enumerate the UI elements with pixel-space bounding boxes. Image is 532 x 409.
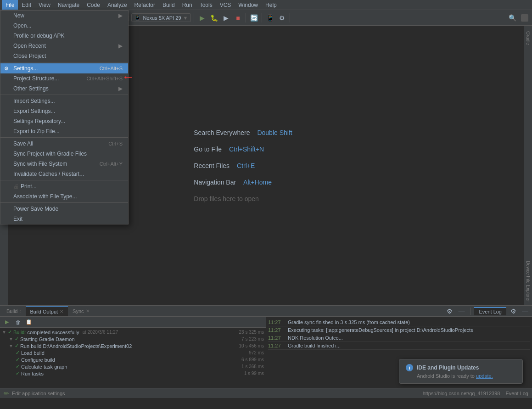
- close-build-output-icon[interactable]: ✕: [60, 309, 63, 314]
- build-toolbar: ▶ 🗑 📋: [0, 317, 266, 328]
- menu-project-structure-label: Project Structure...: [13, 75, 59, 82]
- tree-row-taskgraph[interactable]: ✓ Calculate task graph 1 s 368 ms: [0, 363, 266, 370]
- menu-sync-filesystem-shortcut: Ctrl+Alt+Y: [100, 161, 123, 167]
- menu-navigate[interactable]: Navigate: [54, 0, 83, 10]
- event-minimize-icon[interactable]: —: [520, 306, 530, 316]
- runbuild-arrow: ▼: [9, 343, 13, 348]
- menu-help[interactable]: Help: [262, 0, 280, 10]
- close-sync-icon[interactable]: ✕: [86, 308, 90, 314]
- menu-open-recent[interactable]: Open Recent ▶: [0, 41, 128, 51]
- debug-button[interactable]: 🐛: [209, 13, 219, 23]
- menu-edit[interactable]: Edit: [18, 0, 35, 10]
- tree-row-loadbuild[interactable]: ✓ Load build 972 ms: [0, 349, 266, 356]
- build-collapse-btn[interactable]: ▶: [2, 317, 12, 327]
- tree-row-configure[interactable]: ✓ Configure build 6 s 899 ms: [0, 356, 266, 363]
- tree-row-runtasks[interactable]: ✓ Run tasks 1 s 99 ms: [0, 370, 266, 377]
- notification-link[interactable]: update.: [476, 373, 493, 379]
- menu-export-settings[interactable]: Export Settings...: [0, 106, 128, 116]
- menu-power-save[interactable]: Power Save Mode: [0, 204, 128, 214]
- tab-build-label[interactable]: Build :: [2, 306, 26, 316]
- menu-open[interactable]: Open...: [0, 21, 128, 31]
- loadbuild-label: Load build: [21, 350, 45, 356]
- build-minimize-icon[interactable]: —: [456, 306, 466, 316]
- runtasks-check-icon: ✓: [16, 370, 20, 376]
- event-log-status[interactable]: Event Log: [505, 391, 528, 396]
- stop-button[interactable]: ■: [233, 13, 243, 23]
- tab-sync[interactable]: Sync ✕: [68, 306, 94, 316]
- build-settings-icon[interactable]: ⚙: [444, 306, 454, 316]
- menu-sync-filesystem[interactable]: Sync with File System Ctrl+Alt+Y: [0, 159, 128, 169]
- event-settings-icon[interactable]: ⚙: [508, 306, 518, 316]
- menu-analyze[interactable]: Analyze: [104, 0, 131, 10]
- device-selector[interactable]: 📱 Nexus 5X API 29 ▼: [131, 13, 191, 22]
- menu-tools[interactable]: Tools: [196, 0, 216, 10]
- tab-build-output[interactable]: Build Output ✕: [26, 306, 68, 316]
- menu-print[interactable]: 🖨 Print...: [0, 181, 128, 191]
- menu-vcs[interactable]: VCS: [216, 0, 235, 10]
- toolbar-sep1: [194, 13, 194, 22]
- configure-check-icon: ✓: [16, 357, 20, 363]
- menu-associate-file-type[interactable]: Associate with File Type...: [0, 191, 128, 202]
- toolbar-sep3: [262, 13, 262, 22]
- daemon-label: Starting Gradle Daemon: [20, 336, 75, 342]
- sep1: [0, 62, 128, 62]
- menu-new[interactable]: New ▶: [0, 11, 128, 21]
- tree-row-runbuild[interactable]: ▼ ✓ Run build D:\AndroidStudioProjects\E…: [0, 342, 266, 349]
- event-text-4: Gradle build finished i...: [288, 343, 530, 348]
- runtasks-time: 1 s 99 ms: [244, 371, 264, 376]
- menu-exit-label: Exit: [13, 216, 22, 222]
- menu-settings-label: Settings...: [13, 65, 38, 72]
- notification-body-text: Android Studio is ready to: [417, 373, 475, 379]
- hint-key-recent: Ctrl+E: [237, 162, 255, 169]
- menu-open-recent-label: Open Recent: [13, 43, 46, 49]
- menu-invalidate-caches[interactable]: Invalidate Caches / Restart...: [0, 169, 128, 179]
- sdk-button[interactable]: ⚙: [277, 13, 287, 23]
- menu-close-project[interactable]: Close Project: [0, 51, 128, 61]
- menu-export-zip-label: Export to Zip File...: [13, 128, 60, 134]
- taskgraph-time: 1 s 368 ms: [241, 364, 264, 369]
- sep3: [0, 137, 128, 138]
- menu-other-settings[interactable]: Other Settings ▶: [0, 84, 128, 94]
- tab-event-log[interactable]: Event Log: [474, 307, 506, 315]
- menu-project-structure[interactable]: Project Structure... Ctrl+Alt+Shift+S: [0, 73, 128, 84]
- menu-refactor[interactable]: Refactor: [131, 0, 159, 10]
- search-button[interactable]: 🔍: [507, 13, 517, 23]
- tree-row-build[interactable]: ▼ ✓ Build: completed successfully at 202…: [0, 329, 266, 336]
- menu-settings-repository[interactable]: Settings Repository...: [0, 116, 128, 126]
- menu-save-all[interactable]: Save All Ctrl+S: [0, 139, 128, 149]
- run-with-coverage-button[interactable]: ▶: [221, 13, 231, 23]
- status-url[interactable]: https://blog.csdn.net/qq_41912398: [423, 391, 500, 396]
- menu-window[interactable]: Window: [235, 0, 262, 10]
- build-copy-btn[interactable]: 📋: [24, 317, 34, 327]
- tree-row-daemon[interactable]: ▼ ✓ Starting Gradle Daemon 7 s 223 ms: [0, 336, 266, 342]
- menu-code[interactable]: Code: [83, 0, 104, 10]
- build-time: 23 s 325 ms: [239, 330, 264, 335]
- taskgraph-check-icon: ✓: [16, 364, 20, 370]
- menu-settings[interactable]: ⚙ Settings... Ctrl+Alt+S: [0, 63, 128, 73]
- toolbar-sep2: [246, 13, 246, 22]
- sep5: [0, 202, 128, 203]
- event-row-1: 11:27 Gradle sync finished in 3 s 325 ms…: [268, 319, 530, 326]
- menu-export-zip[interactable]: Export to Zip File...: [0, 126, 128, 136]
- menu-import-settings[interactable]: Import Settings...: [0, 96, 128, 106]
- sync-button[interactable]: 🔄: [249, 13, 259, 23]
- menu-build[interactable]: Build: [159, 0, 179, 10]
- event-time-3: 11:27: [268, 335, 284, 341]
- hint-search-everywhere: Search Everywhere Double Shift: [194, 129, 292, 136]
- menu-sync-gradle[interactable]: Sync Project with Gradle Files: [0, 149, 128, 159]
- menu-run[interactable]: Run: [179, 0, 196, 10]
- event-time-1: 11:27: [268, 319, 284, 325]
- menu-open-recent-arrow: ▶: [118, 43, 123, 49]
- sidebar-item-gradle[interactable]: Gradle: [525, 28, 532, 49]
- menu-exit[interactable]: Exit: [0, 214, 128, 224]
- menu-profile-debug[interactable]: Profile or debug APK: [0, 31, 128, 41]
- menu-view[interactable]: View: [35, 0, 54, 10]
- run-button[interactable]: ▶: [197, 13, 207, 23]
- status-edit-settings[interactable]: Edit application settings: [12, 391, 65, 396]
- avd-button[interactable]: 📱: [265, 13, 275, 23]
- event-text-2: Executing tasks: [:app:generateDebugSour…: [288, 327, 530, 333]
- build-clear-btn[interactable]: 🗑: [13, 317, 23, 327]
- sidebar-item-device-explorer[interactable]: Device File Explorer: [525, 257, 532, 305]
- menu-file[interactable]: File: [2, 0, 18, 10]
- event-text-3: NDK Resolution Outco...: [288, 335, 530, 341]
